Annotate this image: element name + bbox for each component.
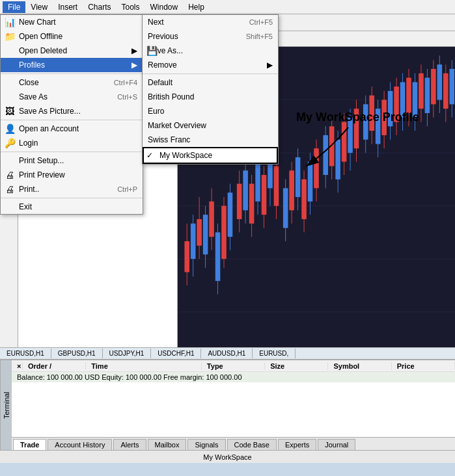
symbol-tab-eurusd-h1[interactable]: EURUSD,H1: [0, 349, 51, 358]
profiles-save-as[interactable]: 💾 Save As...: [143, 44, 278, 58]
symbol-tab-usdchf-h1[interactable]: USDCHF,H1: [151, 349, 201, 358]
profiles-previous[interactable]: Previous Shift+F5: [143, 29, 278, 44]
menu-item-save-as-picture[interactable]: 🖼 Save As Picture...: [1, 104, 143, 118]
svg-rect-67: [381, 100, 387, 135]
ttab-alerts[interactable]: Alerts: [113, 439, 146, 450]
menu-item-close[interactable]: Close Ctrl+F4: [1, 75, 143, 90]
profiles-arrow: ▶: [131, 60, 137, 70]
menu-sep-4: [1, 198, 143, 198]
svg-rect-29: [255, 162, 260, 202]
svg-rect-7: [184, 241, 189, 272]
profiles-submenu: Next Ctrl+F5 Previous Shift+F5 💾 Save As…: [142, 14, 279, 165]
menu-sep-3: [1, 152, 143, 152]
profiles-sep-1: [143, 73, 278, 74]
svg-rect-53: [335, 140, 340, 179]
svg-rect-21: [228, 192, 233, 237]
login-icon: 🔑: [3, 138, 16, 148]
svg-rect-35: [274, 166, 279, 205]
menu-item-login[interactable]: 🔑 Login: [1, 136, 143, 150]
profiles-remove-arrow: ▶: [267, 60, 273, 70]
svg-rect-37: [283, 188, 288, 228]
svg-rect-81: [425, 78, 430, 113]
menubar: File View Insert Charts Tools Window Hel…: [0, 0, 455, 14]
ttab-signals[interactable]: Signals: [187, 439, 225, 450]
svg-rect-63: [369, 96, 374, 131]
menu-insert[interactable]: Insert: [53, 1, 83, 13]
menu-item-print-setup[interactable]: Print Setup...: [1, 153, 143, 168]
ttab-journal[interactable]: Journal: [318, 439, 355, 450]
statusbar-text: My WorkSpace: [203, 453, 251, 461]
menu-item-save-as[interactable]: Save As Ctrl+S: [1, 90, 143, 104]
svg-rect-11: [197, 219, 202, 246]
menu-sep-1: [1, 73, 143, 74]
print-preview-icon: 🖨: [3, 170, 16, 180]
open-offline-icon: 📁: [3, 31, 16, 42]
symbol-tab-usdjpy-h1[interactable]: USDJPY,H1: [103, 349, 152, 358]
svg-rect-43: [301, 179, 307, 219]
profiles-next[interactable]: Next Ctrl+F5: [143, 15, 278, 29]
profiles-default[interactable]: Default: [143, 75, 278, 90]
menu-tools[interactable]: Tools: [117, 1, 145, 13]
svg-rect-65: [376, 109, 381, 144]
symbol-tab-eurusd-2[interactable]: EURUSD,: [253, 349, 296, 358]
svg-rect-17: [215, 232, 221, 281]
menu-item-profiles[interactable]: Profiles ▶: [1, 58, 143, 72]
svg-rect-89: [449, 69, 454, 104]
terminal-panel: Terminal × Order / Time Type Size Symbol…: [0, 359, 455, 450]
menu-file[interactable]: File: [3, 1, 25, 13]
svg-rect-9: [191, 224, 196, 259]
price-col-header: Price: [392, 362, 455, 370]
ttab-experts[interactable]: Experts: [278, 439, 316, 450]
svg-rect-25: [243, 170, 248, 210]
ttab-trade[interactable]: Trade: [13, 439, 46, 450]
menu-help[interactable]: Help: [183, 1, 210, 13]
svg-rect-61: [363, 104, 368, 139]
profiles-british-pound[interactable]: British Pound: [143, 90, 278, 104]
svg-rect-27: [249, 184, 255, 224]
profiles-euro[interactable]: Euro: [143, 104, 278, 118]
close-icon[interactable]: ×: [17, 362, 21, 370]
symbol-tab-audusd-h1[interactable]: AUDUSD,H1: [201, 349, 253, 358]
svg-rect-79: [419, 73, 424, 109]
svg-rect-19: [221, 206, 227, 259]
svg-rect-39: [289, 170, 294, 210]
terminal-label: Terminal: [0, 360, 12, 450]
svg-rect-15: [209, 202, 214, 237]
profiles-remove[interactable]: Remove ▶: [143, 58, 278, 72]
symbol-col-header: Symbol: [328, 362, 391, 370]
svg-rect-83: [431, 69, 436, 104]
ttab-mailbox[interactable]: Mailbox: [148, 439, 187, 450]
menu-item-open-account[interactable]: 👤 Open an Account: [1, 122, 143, 136]
open-account-icon: 👤: [3, 124, 16, 134]
menu-item-exit[interactable]: Exit: [1, 200, 143, 214]
symbol-tab-gbpusd-h1[interactable]: GBPUSD,H1: [51, 349, 103, 358]
menu-window[interactable]: Window: [145, 1, 184, 13]
time-col-header: Time: [86, 362, 202, 370]
menu-item-print-preview[interactable]: 🖨 Print Preview: [1, 168, 143, 182]
new-chart-icon: 📊: [3, 17, 16, 27]
svg-rect-51: [329, 126, 335, 166]
svg-rect-77: [413, 82, 418, 117]
menu-item-print[interactable]: 🖨 Print.. Ctrl+P: [1, 182, 143, 196]
ttab-account-history[interactable]: Account History: [48, 439, 112, 450]
menu-item-open-offline[interactable]: 📁 Open Offline: [1, 29, 143, 44]
terminal-body: [12, 382, 455, 437]
profiles-swiss-franc[interactable]: Swiss Franc: [143, 133, 278, 147]
symbol-tabs-bar: EURUSD,H1 GBPUSD,H1 USDJPY,H1 USDCHF,H1 …: [0, 347, 455, 359]
checkmark-icon: ✓: [146, 151, 153, 160]
menu-sep-2: [1, 120, 143, 120]
save-picture-icon: 🖼: [3, 106, 16, 116]
svg-rect-23: [237, 184, 242, 219]
svg-rect-75: [406, 78, 411, 113]
profiles-my-workspace[interactable]: ✓ My WorkSpace: [143, 147, 278, 164]
menu-item-new-chart[interactable]: 📊 New Chart: [1, 15, 143, 29]
ttab-codebase[interactable]: Code Base: [227, 439, 277, 450]
svg-rect-87: [443, 73, 448, 109]
menu-view[interactable]: View: [25, 1, 53, 13]
svg-rect-73: [400, 82, 406, 117]
profiles-market-overview[interactable]: Market Overview: [143, 118, 278, 133]
svg-rect-59: [354, 109, 359, 148]
menu-item-open-deleted[interactable]: Open Deleted ▶: [1, 44, 143, 58]
menu-charts[interactable]: Charts: [83, 1, 116, 13]
svg-rect-13: [203, 215, 208, 254]
